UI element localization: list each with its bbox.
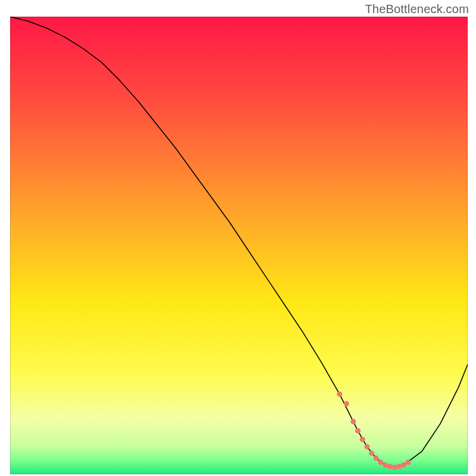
chart-container: TheBottleneck.com — [0, 0, 476, 476]
optimal-marker — [337, 392, 342, 397]
optimal-marker — [360, 437, 365, 442]
optimal-marker — [374, 456, 379, 461]
optimal-marker — [383, 462, 388, 468]
bottleneck-chart — [10, 17, 468, 474]
optimal-marker — [406, 460, 411, 465]
optimal-marker — [396, 464, 402, 469]
optimal-marker — [369, 450, 374, 456]
optimal-marker — [355, 428, 361, 433]
optimal-marker — [350, 419, 356, 424]
optimal-marker — [401, 462, 406, 468]
optimal-marker — [344, 401, 349, 406]
optimal-marker — [387, 464, 393, 469]
plot-background — [10, 17, 468, 474]
optimal-marker — [392, 465, 397, 470]
optimal-marker — [378, 460, 383, 465]
watermark-text: TheBottleneck.com — [365, 2, 469, 16]
optimal-marker — [364, 444, 369, 449]
